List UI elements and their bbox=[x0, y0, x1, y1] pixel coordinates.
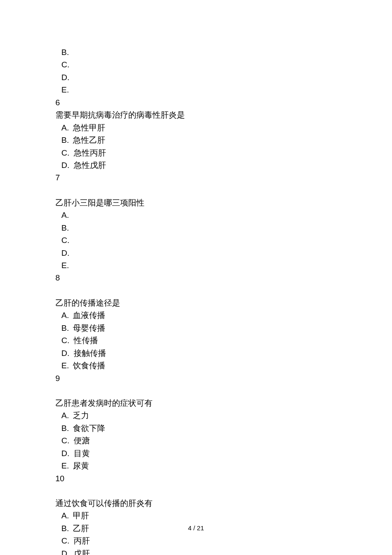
option-row: A. bbox=[55, 209, 337, 221]
option-letter: E. bbox=[61, 361, 69, 370]
blank-line bbox=[55, 184, 337, 197]
option-text: 急性甲肝 bbox=[73, 123, 105, 132]
option-row: C. 性传播 bbox=[55, 334, 337, 347]
option-row: E. 饮食传播 bbox=[55, 359, 337, 372]
option-text: 尿黄 bbox=[73, 461, 89, 470]
option-row: D. 接触传播 bbox=[55, 347, 337, 359]
option-letter: A. bbox=[61, 311, 69, 320]
option-text: 接触传播 bbox=[74, 349, 106, 358]
question-stem: 需要早期抗病毒治疗的病毒性肝炎是 bbox=[55, 109, 337, 121]
option-letter: A. bbox=[61, 411, 69, 420]
option-row: C. 丙肝 bbox=[55, 535, 337, 547]
option-letter: B. bbox=[61, 424, 69, 433]
option-letter: B. bbox=[61, 324, 69, 332]
option-text: 母婴传播 bbox=[73, 324, 105, 332]
option-row: A. 急性甲肝 bbox=[55, 121, 337, 134]
option-row: B. bbox=[55, 222, 337, 234]
option-row: B. bbox=[55, 46, 337, 58]
option-letter: D. bbox=[61, 349, 69, 358]
option-text: 乏力 bbox=[73, 411, 89, 420]
option-letter: C. bbox=[61, 336, 69, 345]
option-text: 急性丙肝 bbox=[74, 148, 106, 157]
option-text: 目黄 bbox=[74, 449, 90, 458]
question-stem: 通过饮食可以传播的肝炎有 bbox=[55, 497, 337, 509]
question-number: 6 bbox=[55, 96, 337, 109]
option-row: E. bbox=[55, 259, 337, 272]
option-row: A. 甲肝 bbox=[55, 509, 337, 522]
option-letter: D. bbox=[61, 549, 69, 555]
option-letter: B. bbox=[61, 136, 69, 145]
option-row: C. bbox=[55, 234, 337, 246]
option-letter: C. bbox=[61, 436, 69, 445]
question-stem: 乙肝小三阳是哪三项阳性 bbox=[55, 197, 337, 209]
option-letter: B. bbox=[61, 48, 69, 57]
option-letter: A. bbox=[61, 211, 69, 220]
option-text: 戊肝 bbox=[74, 549, 90, 555]
option-row: B. 母婴传播 bbox=[55, 322, 337, 334]
option-letter: D. bbox=[61, 249, 69, 257]
option-text: 急性乙肝 bbox=[73, 136, 105, 145]
option-letter: D. bbox=[61, 73, 69, 82]
option-text: 性传播 bbox=[74, 336, 98, 345]
option-row: D. 目黄 bbox=[55, 447, 337, 460]
question-number: 10 bbox=[55, 472, 337, 485]
option-row: B. 急性乙肝 bbox=[55, 134, 337, 146]
option-letter: E. bbox=[61, 85, 69, 94]
question-number: 9 bbox=[55, 372, 337, 384]
option-letter: E. bbox=[61, 261, 69, 270]
option-letter: A. bbox=[61, 511, 69, 520]
page-footer: 4 / 21 bbox=[0, 523, 392, 533]
option-row: C. 便溏 bbox=[55, 434, 337, 447]
option-letter: A. bbox=[61, 123, 69, 132]
option-text: 急性戊肝 bbox=[74, 161, 106, 170]
option-letter: C. bbox=[61, 536, 69, 545]
option-letter: B. bbox=[61, 223, 69, 232]
question-stem: 乙肝患者发病时的症状可有 bbox=[55, 397, 337, 409]
option-text: 血液传播 bbox=[73, 311, 105, 320]
option-row: E. bbox=[55, 84, 337, 96]
option-row: B. 食欲下降 bbox=[55, 422, 337, 434]
blank-line bbox=[55, 485, 337, 497]
option-row: D. 急性戊肝 bbox=[55, 159, 337, 171]
option-letter: E. bbox=[61, 461, 69, 470]
question-number: 8 bbox=[55, 272, 337, 284]
option-letter: C. bbox=[61, 148, 69, 157]
option-text: 便溏 bbox=[74, 436, 90, 445]
option-row: D. bbox=[55, 247, 337, 259]
option-row: C. 急性丙肝 bbox=[55, 147, 337, 159]
question-number: 7 bbox=[55, 171, 337, 184]
option-text: 丙肝 bbox=[74, 536, 90, 545]
option-text: 甲肝 bbox=[73, 511, 89, 520]
option-letter: D. bbox=[61, 449, 69, 458]
option-row: C. bbox=[55, 58, 337, 71]
document-content: B. C. D. E. 6 需要早期抗病毒治疗的病毒性肝炎是 A. 急性甲肝 B… bbox=[55, 46, 337, 555]
blank-line bbox=[55, 384, 337, 397]
option-text: 饮食传播 bbox=[73, 361, 105, 370]
option-row: A. 乏力 bbox=[55, 409, 337, 422]
question-stem: 乙肝的传播途径是 bbox=[55, 297, 337, 309]
option-row: D. 戊肝 bbox=[55, 547, 337, 555]
option-letter: C. bbox=[61, 60, 69, 69]
option-letter: D. bbox=[61, 161, 69, 170]
option-letter: C. bbox=[61, 236, 69, 245]
blank-line bbox=[55, 284, 337, 297]
option-row: A. 血液传播 bbox=[55, 309, 337, 321]
option-row: D. bbox=[55, 71, 337, 84]
option-row: E. 尿黄 bbox=[55, 460, 337, 472]
option-text: 食欲下降 bbox=[73, 424, 105, 433]
